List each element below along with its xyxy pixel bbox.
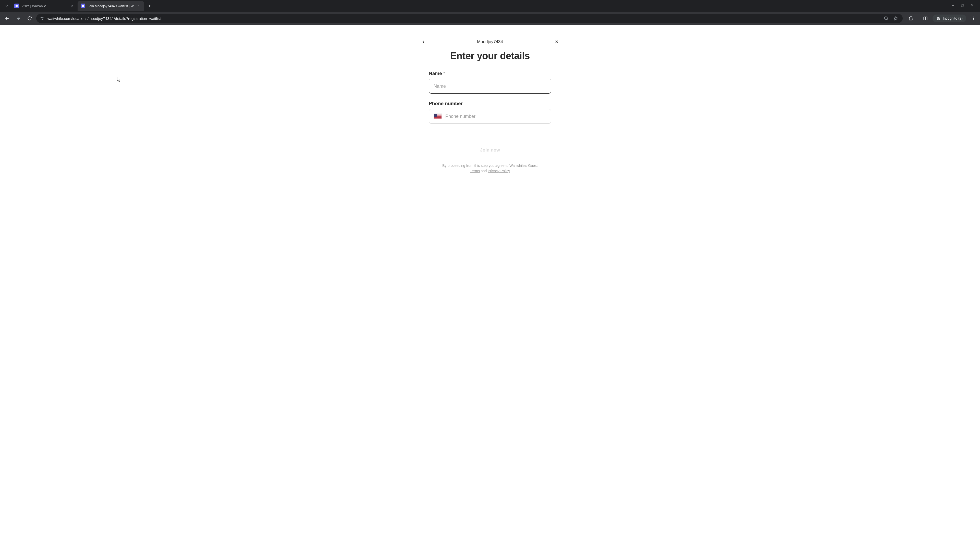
phone-input-wrapper: [429, 109, 551, 124]
svg-point-19: [884, 17, 887, 20]
incognito-icon: [936, 16, 941, 21]
close-window-icon[interactable]: [970, 3, 974, 8]
tab-title: Join Moodjoy7434's waitlist | W: [88, 4, 134, 8]
name-field-group: Name *: [429, 71, 551, 94]
browser-chrome: Visits | Waitwhile Join Moodjoy7434's wa…: [0, 0, 980, 25]
url-text: waitwhile.com/locations/moodjoy7434/r/de…: [48, 16, 880, 21]
toolbar-divider: [918, 16, 918, 21]
legal-and: and: [480, 169, 488, 173]
browser-tab-inactive[interactable]: Visits | Waitwhile: [11, 1, 78, 11]
svg-rect-35: [434, 119, 442, 119]
tab-bar: Visits | Waitwhile Join Moodjoy7434's wa…: [0, 0, 980, 12]
svg-line-20: [887, 19, 888, 20]
window-controls: [951, 3, 978, 8]
form-back-icon[interactable]: [419, 38, 428, 46]
join-button[interactable]: Join now: [429, 143, 551, 157]
location-name: Moodjoy7434: [477, 39, 503, 44]
maximize-icon[interactable]: [961, 3, 964, 8]
address-bar: waitwhile.com/locations/moodjoy7434/r/de…: [0, 12, 980, 25]
page-title: Enter your details: [421, 51, 559, 62]
incognito-label: Incognito (2): [943, 16, 963, 21]
svg-rect-34: [434, 118, 442, 118]
legal-text: By proceeding from this step you agree t…: [429, 163, 551, 174]
name-input[interactable]: [429, 79, 551, 94]
reload-icon[interactable]: [25, 14, 34, 23]
tab-favicon-icon: [81, 3, 85, 8]
browser-tab-active[interactable]: Join Moodjoy7434's waitlist | W: [78, 1, 144, 11]
svg-point-25: [973, 18, 974, 19]
svg-marker-21: [894, 17, 898, 20]
phone-input[interactable]: [445, 114, 546, 119]
required-indicator: *: [443, 71, 445, 76]
bookmark-icon[interactable]: [892, 16, 899, 21]
tab-close-icon[interactable]: [70, 3, 75, 8]
svg-point-13: [41, 17, 41, 18]
form-header: Moodjoy7434: [421, 39, 559, 44]
svg-point-15: [42, 19, 43, 20]
extensions-icon[interactable]: [907, 14, 915, 22]
tab-title: Visits | Waitwhile: [21, 4, 67, 8]
incognito-badge[interactable]: Incognito (2): [932, 14, 966, 22]
phone-field-group: Phone number: [429, 101, 551, 124]
svg-point-24: [973, 17, 974, 17]
toolbar-right: Incognito (2): [905, 14, 977, 22]
menu-icon[interactable]: [969, 14, 977, 22]
back-nav-icon[interactable]: [3, 14, 12, 23]
form-close-icon[interactable]: [552, 38, 561, 46]
url-bar[interactable]: waitwhile.com/locations/moodjoy7434/r/de…: [36, 14, 903, 23]
page-content: Moodjoy7434 Enter your details Name * Ph…: [0, 25, 980, 551]
side-panel-icon[interactable]: [921, 14, 929, 22]
legal-prefix: By proceeding from this step you agree t…: [442, 164, 528, 168]
tab-favicon-icon: [14, 3, 19, 8]
forward-nav-icon[interactable]: [14, 14, 23, 23]
privacy-policy-link[interactable]: Privacy Policy: [488, 169, 510, 173]
name-label: Name *: [429, 71, 551, 76]
minimize-icon[interactable]: [951, 3, 955, 8]
form-container: Moodjoy7434 Enter your details Name * Ph…: [421, 39, 559, 174]
svg-rect-8: [961, 5, 963, 7]
new-tab-button[interactable]: [145, 2, 154, 10]
name-label-text: Name: [429, 71, 442, 76]
mouse-cursor-icon: [117, 77, 121, 83]
svg-rect-33: [434, 117, 442, 118]
country-flag-icon[interactable]: [434, 114, 442, 119]
tab-search-dropdown[interactable]: [2, 1, 11, 11]
form-fields: Name * Phone number: [421, 71, 559, 174]
svg-rect-36: [434, 114, 437, 117]
phone-label: Phone number: [429, 101, 551, 106]
svg-point-26: [973, 19, 974, 20]
zoom-icon[interactable]: [883, 16, 889, 21]
tab-close-icon[interactable]: [136, 3, 141, 8]
site-info-icon[interactable]: [40, 16, 45, 21]
